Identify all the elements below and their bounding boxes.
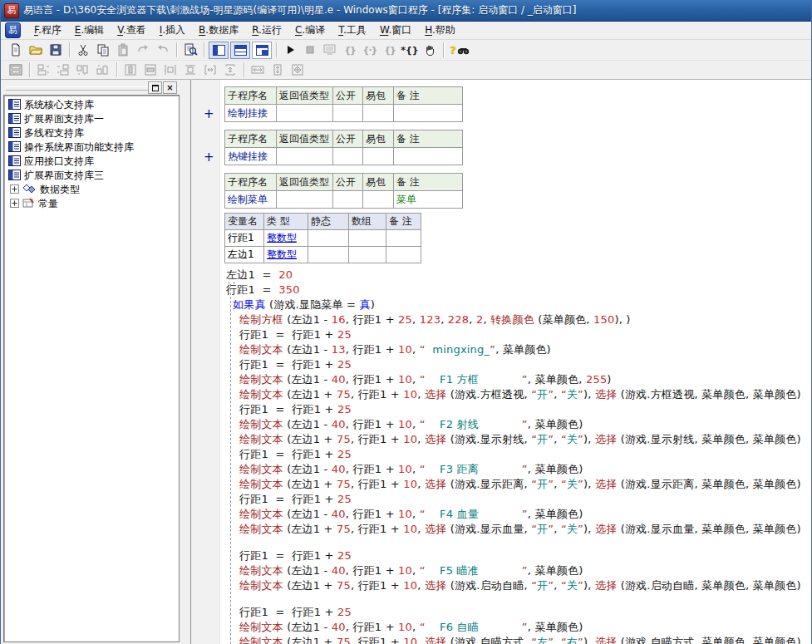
tree-item-library[interactable]: 应用接口支持库: [7, 155, 179, 169]
cell[interactable]: [308, 247, 349, 263]
layout-bottom-button[interactable]: [252, 42, 272, 59]
expand-plus-icon[interactable]: [10, 199, 19, 210]
code-line[interactable]: 绘制文本 (左边1 + 75, 行距1 + 10, 选择 (游戏.显示血量, “…: [191, 522, 811, 537]
panel-grip[interactable]: [6, 86, 149, 91]
code-line[interactable]: 绘制文本 (左边1 + 75, 行距1 + 10, 选择 (游戏.启动自瞄, “…: [191, 578, 811, 593]
code-line[interactable]: 如果真 (游戏.显隐菜单 = 真): [191, 297, 811, 312]
menu-C[interactable]: C.编译: [288, 22, 332, 39]
code-line[interactable]: 绘制文本 (左边1 + 75, 行距1 + 10, 选择 (游戏.显示射线, “…: [191, 432, 811, 447]
code-line[interactable]: 行距1 = 行距1 + 25: [191, 492, 811, 507]
tree-item-library[interactable]: 系统核心支持库: [7, 98, 179, 112]
panel-float-button[interactable]: [148, 81, 162, 94]
menu-E[interactable]: E.编辑: [68, 22, 111, 39]
save-button[interactable]: [46, 42, 66, 59]
new-file-button[interactable]: [6, 42, 26, 59]
code-line[interactable]: 行距1 = 行距1 + 25: [191, 327, 811, 342]
cell[interactable]: 行距1: [225, 230, 264, 247]
cell[interactable]: [394, 105, 463, 122]
code-line[interactable]: 绘制文本 (左边1 - 40, 行距1 + 10, “ F5 瞄准 ”, 菜单颜…: [191, 563, 811, 578]
cell[interactable]: 菜单: [394, 191, 463, 209]
tree-item-datatypes[interactable]: 数据类型: [7, 183, 179, 197]
align-bottom-button[interactable]: [93, 61, 113, 79]
code-line[interactable]: 绘制文本 (左边1 - 40, 行距1 + 10, “ F2 射线 ”, 菜单颜…: [191, 417, 811, 432]
menu-T[interactable]: T.工具: [332, 22, 373, 39]
code-line[interactable]: 行距1 = 行距1 + 25: [191, 605, 811, 620]
code-line[interactable]: 行距1 = 行距1 + 25: [191, 447, 811, 462]
tree-item-constants[interactable]: 常量: [7, 197, 179, 211]
tree-item-library[interactable]: 扩展界面支持库三: [7, 169, 179, 183]
stop-button[interactable]: [300, 42, 320, 59]
cut-button[interactable]: [73, 42, 93, 59]
space-vertical-button[interactable]: [180, 61, 200, 79]
code-line[interactable]: 绘制文本 (左边1 + 75, 行距1 + 10, 选择 (游戏.方框透视, “…: [191, 387, 811, 402]
cell[interactable]: [277, 191, 333, 209]
menu-H[interactable]: H.帮助: [418, 22, 462, 39]
cell[interactable]: [394, 148, 463, 165]
menu-B[interactable]: B.数据库: [192, 22, 245, 39]
redo-button[interactable]: [133, 42, 153, 59]
menu-F[interactable]: F.程序: [27, 22, 68, 39]
code-line[interactable]: 绘制文本 (左边1 - 40, 行距1 + 10, “ F4 血量 ”, 菜单颜…: [191, 507, 811, 522]
menu-R[interactable]: R.运行: [245, 22, 288, 39]
code-line[interactable]: [191, 593, 811, 605]
code-line[interactable]: 绘制文本 (左边1 - 13, 行距1 + 10, “ mingxing_”, …: [191, 342, 811, 357]
code-line[interactable]: 绘制文本 (左边1 + 75, 行距1 + 10, 选择 (游戏.自瞄方式, “…: [191, 635, 811, 644]
form-designer-button[interactable]: [6, 61, 26, 79]
code-line[interactable]: 行距1 = 行距1 + 25: [191, 402, 811, 417]
cell[interactable]: [308, 230, 349, 247]
code-line[interactable]: [191, 537, 811, 548]
align-left-button[interactable]: [33, 61, 53, 79]
cell[interactable]: [363, 148, 394, 165]
tree-item-library[interactable]: 多线程支持库: [7, 126, 179, 140]
layout-top-button[interactable]: [230, 42, 250, 59]
menu-V[interactable]: V.查看: [111, 22, 153, 39]
cell[interactable]: [333, 105, 363, 122]
tree-item-library[interactable]: 扩展界面支持库一: [7, 112, 179, 126]
code-line[interactable]: 绘制文本 (左边1 - 40, 行距1 + 10, “ F6 自瞄 ”, 菜单颜…: [191, 620, 811, 635]
code-line[interactable]: 绘制方框 (左边1 - 16, 行距1 + 25, 123, 228, 2, 转…: [191, 312, 811, 327]
fit-width-button[interactable]: [248, 61, 268, 79]
run-to-cursor-button[interactable]: *{}: [400, 42, 420, 59]
cell[interactable]: 整数型: [264, 247, 308, 263]
debug-window-button[interactable]: [320, 42, 340, 59]
undo-button[interactable]: [153, 42, 173, 59]
expand-subroutine-icon[interactable]: +: [204, 151, 215, 163]
code-line[interactable]: 行距1 = 350: [191, 283, 811, 297]
menu-I[interactable]: I.插入: [153, 22, 192, 39]
cell[interactable]: [277, 105, 333, 122]
code-line[interactable]: 左边1 = 20: [191, 268, 811, 283]
paste-button[interactable]: [113, 42, 133, 59]
cell[interactable]: 左边1: [225, 247, 264, 263]
cell[interactable]: [363, 105, 394, 122]
cell[interactable]: [386, 230, 421, 247]
cell[interactable]: [363, 191, 394, 209]
fit-both-button[interactable]: [288, 61, 308, 79]
code-line[interactable]: 绘制文本 (左边1 - 40, 行距1 + 10, “ F3 距离 ”, 菜单颜…: [191, 462, 811, 477]
open-file-button[interactable]: [26, 42, 46, 59]
cell[interactable]: [349, 230, 386, 247]
step-over-button[interactable]: {·}: [360, 42, 380, 59]
step-out-button[interactable]: {}: [380, 42, 400, 59]
code-line[interactable]: 行距1 = 行距1 + 25: [191, 548, 811, 563]
code-line[interactable]: 行距1 = 行距1 + 25: [191, 357, 811, 372]
panel-close-button[interactable]: ×: [163, 81, 177, 94]
center-vertical-button[interactable]: [140, 61, 160, 79]
pause-button[interactable]: [420, 42, 440, 59]
code-line[interactable]: 绘制文本 (左边1 + 75, 行距1 + 10, 选择 (游戏.显示距离, “…: [191, 477, 811, 492]
cell[interactable]: [349, 247, 386, 263]
height-bracket-button[interactable]: [220, 61, 240, 79]
width-bracket-button[interactable]: [200, 61, 220, 79]
code-line[interactable]: 绘制文本 (左边1 - 40, 行距1 + 10, “ F1 方框 ”, 菜单颜…: [191, 372, 811, 387]
copy-button[interactable]: [93, 42, 113, 59]
cell[interactable]: 绘制挂接: [225, 105, 277, 122]
help-search-button[interactable]: ?: [447, 42, 472, 59]
align-top-button[interactable]: [73, 61, 93, 79]
fit-height-button[interactable]: [268, 61, 288, 79]
cell[interactable]: 热键挂接: [225, 148, 277, 165]
menu-W[interactable]: W.窗口: [373, 22, 418, 39]
expand-plus-icon[interactable]: [10, 184, 19, 196]
tree-item-library[interactable]: 操作系统界面功能支持库: [7, 140, 179, 155]
cell[interactable]: [333, 191, 363, 209]
align-right-button[interactable]: [53, 61, 73, 79]
find-button[interactable]: [180, 42, 200, 59]
